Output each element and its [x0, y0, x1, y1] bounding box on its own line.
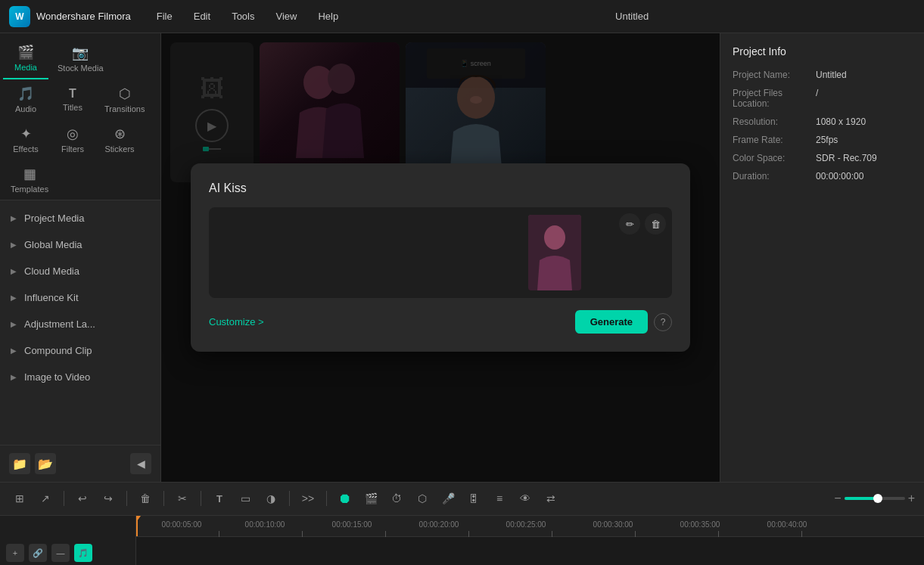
chevron-icon: ▶ [11, 293, 17, 302]
time-mark-3: 00:00:20:00 [419, 520, 459, 529]
zoom-plus-button[interactable]: + [908, 492, 915, 505]
help-icon[interactable]: ? [654, 313, 672, 331]
sidebar-item-image-to-video[interactable]: ▶ Image to Video [0, 364, 160, 390]
zoom-minus-button[interactable]: − [834, 492, 841, 505]
sidebar-item-cloud-media[interactable]: ▶ Cloud Media [0, 258, 160, 284]
right-panel: Project Info Project Name: Untitled Proj… [720, 33, 924, 482]
tab-titles[interactable]: T Titles [50, 82, 95, 118]
ruler-left-panel: + 🔗 — 🎵 [0, 516, 136, 565]
sidebar-item-adjustment-layer[interactable]: ▶ Adjustment La... [0, 311, 160, 337]
generate-button[interactable]: Generate [575, 310, 648, 334]
sidebar-label-project-media: Project Media [24, 213, 84, 224]
sidebar-label-compound-clip: Compound Clip [24, 345, 92, 356]
ruler-marks: 00:00:05:00 00:00:10:00 00:00:15:00 00:0… [136, 516, 924, 537]
tab-stock-media[interactable]: 📷 Stock Media [50, 40, 111, 79]
svg-point-5 [544, 225, 565, 250]
info-value-colorspace: SDR - Rec.709 [816, 153, 877, 163]
eye-button[interactable]: 👁 [515, 488, 536, 509]
sidebar-item-compound-clip[interactable]: ▶ Compound Clip [0, 337, 160, 364]
info-value-framerate: 25fps [816, 135, 838, 145]
app-logo-icon: W [9, 6, 30, 27]
redo-button[interactable]: ↪ [98, 488, 119, 509]
delete-button[interactable]: 🗑 [135, 488, 156, 509]
mask-button[interactable]: ⬡ [412, 488, 433, 509]
titles-icon: T [69, 87, 76, 101]
menu-file[interactable]: File [146, 6, 183, 26]
subtitle-button[interactable]: ≡ [489, 488, 510, 509]
record-button[interactable]: ⏺ [334, 488, 356, 509]
info-value-location: / [816, 88, 818, 109]
zoom-track[interactable] [845, 497, 905, 500]
menu-edit[interactable]: Edit [183, 6, 221, 26]
panel-title: Project Info [733, 45, 912, 57]
filters-icon: ◎ [67, 126, 79, 142]
modal-upload-area[interactable]: ✏ 🗑 [209, 207, 672, 298]
info-label-name: Project Name: [733, 70, 816, 80]
modal-delete-button[interactable]: 🗑 [645, 213, 666, 234]
scene-button[interactable]: 🎬 [360, 488, 381, 509]
info-value-name: Untitled [816, 70, 847, 80]
time-mark-6: 00:00:35:00 [680, 520, 720, 529]
customize-link[interactable]: Customize > [209, 316, 264, 328]
timeline-area: ⊞ ↗ ↩ ↪ 🗑 ✂ T ▭ ◑ >> ⏺ 🎬 ⏱ ⬡ 🎤 🎛 ≡ 👁 ⇄ − [0, 482, 924, 565]
sidebar-item-global-media[interactable]: ▶ Global Media [0, 231, 160, 258]
tab-templates-label: Templates [11, 185, 48, 194]
chevron-icon: ▶ [11, 346, 17, 355]
tab-templates[interactable]: ▦ Templates [3, 161, 56, 200]
tab-effects[interactable]: ✦ Effects [3, 121, 48, 160]
add-track-button[interactable]: + [6, 544, 24, 562]
tab-media-label: Media [14, 63, 37, 72]
tab-effects-label: Effects [13, 144, 38, 154]
tab-stickers[interactable]: ⊛ Stickers [97, 121, 142, 160]
info-row-duration: Duration: 00:00:00:00 [733, 171, 912, 182]
app-name: Wondershare Filmora [36, 11, 131, 22]
track-split-button[interactable]: — [51, 544, 70, 562]
import-button[interactable]: 📂 [35, 453, 56, 474]
chevron-icon: ▶ [11, 373, 17, 381]
sidebar-item-influence-kit[interactable]: ▶ Influence Kit [0, 284, 160, 311]
collapse-sidebar-button[interactable]: ◀ [130, 453, 151, 474]
tab-filters[interactable]: ◎ Filters [50, 121, 95, 160]
sidebar-list: ▶ Project Media ▶ Global Media ▶ Cloud M… [0, 200, 160, 445]
tick-marks [136, 531, 924, 537]
speed-button[interactable]: ⏱ [386, 488, 407, 509]
cut-button[interactable]: ✂ [172, 488, 193, 509]
sidebar-label-influence-kit: Influence Kit [24, 292, 79, 303]
modal-edit-button[interactable]: ✏ [619, 213, 640, 234]
color-button[interactable]: ◑ [260, 488, 282, 509]
modal-overlay: AI Kiss ✏ 🗑 [161, 33, 720, 482]
text-button[interactable]: T [209, 488, 230, 509]
undo-button[interactable]: ↩ [72, 488, 93, 509]
sidebar-item-project-media[interactable]: ▶ Project Media [0, 205, 160, 231]
track-audio-button[interactable]: 🎵 [74, 544, 92, 562]
toolbar-divider-3 [163, 491, 164, 506]
menu-view[interactable]: View [265, 6, 307, 26]
crop-button[interactable]: ▭ [235, 488, 256, 509]
menu-help[interactable]: Help [307, 6, 349, 26]
grid-view-button[interactable]: ⊞ [9, 488, 30, 509]
playhead[interactable] [136, 516, 138, 536]
tab-bar: 🎬 Media 📷 Stock Media 🎵 Audio T Titles ⬡… [0, 33, 160, 200]
modal-card: AI Kiss ✏ 🗑 [191, 163, 690, 352]
track-tool-button[interactable]: ↗ [35, 488, 56, 509]
tab-media[interactable]: 🎬 Media [3, 39, 48, 79]
sidebar-label-image-to-video: Image to Video [24, 371, 90, 383]
track-lock-button[interactable]: 🔗 [29, 544, 47, 562]
add-folder-button[interactable]: 📁 [9, 453, 30, 474]
more-button[interactable]: >> [297, 488, 319, 509]
app-logo: W Wondershare Filmora [9, 6, 131, 27]
voiceover-button[interactable]: 🎤 [437, 488, 459, 509]
tab-audio[interactable]: 🎵 Audio [3, 81, 48, 120]
modal-footer-right: Generate ? [575, 310, 672, 334]
zoom-controls: − + [834, 492, 915, 505]
swap-button[interactable]: ⇄ [540, 488, 562, 509]
menu-bar: W Wondershare Filmora File Edit Tools Vi… [0, 0, 924, 33]
modal-video-thumbnail [528, 215, 581, 290]
menu-tools[interactable]: Tools [221, 6, 265, 26]
zoom-thumb[interactable] [873, 494, 882, 503]
audio-settings-button[interactable]: 🎛 [463, 488, 484, 509]
stock-media-icon: 📷 [72, 45, 89, 61]
tab-transitions[interactable]: ⬡ Transitions [97, 81, 152, 120]
tab-transitions-label: Transitions [104, 104, 145, 113]
time-mark-4: 00:00:25:00 [506, 520, 546, 529]
